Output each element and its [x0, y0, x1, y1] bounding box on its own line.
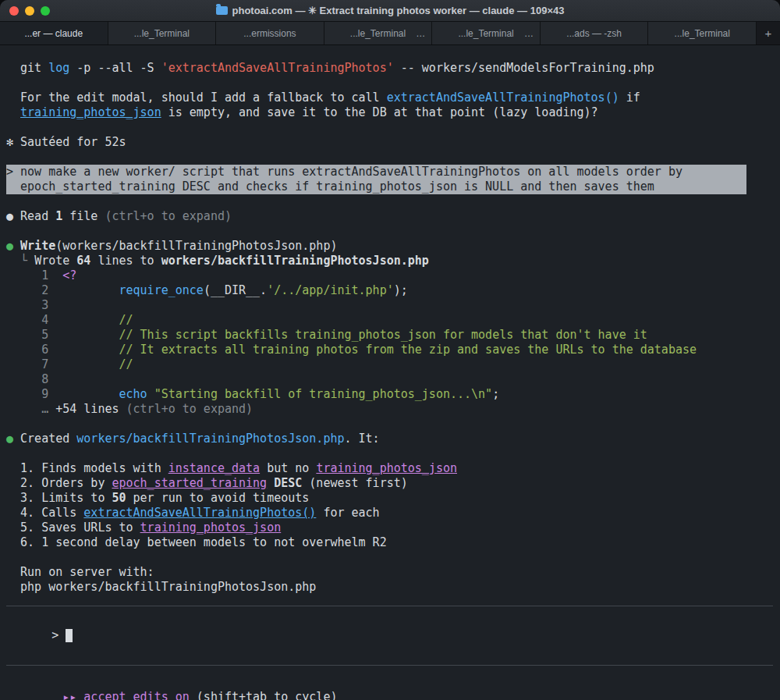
terminal-tab[interactable]: ...le_Terminal — [108, 22, 217, 44]
mode-status-line: ▸▸ accept edits on (shift+tab to cycle) — [6, 675, 773, 700]
text-segment: 5 — [6, 328, 62, 342]
text-segment: // It extracts all training photos from … — [62, 343, 697, 357]
new-tab-button[interactable]: + — [757, 22, 780, 44]
text-segment: is empty, and save it to the DB at that … — [161, 105, 598, 119]
terminal-line: 2 require_once(__DIR__.'/../app/init.php… — [6, 283, 773, 298]
text-segment: epoch_started_training — [112, 476, 267, 490]
window-title-group: photoai.com — ✳ Extract training photos … — [216, 5, 565, 16]
tab-activity-indicator: … — [524, 28, 534, 39]
terminal-line: 3. Limits to 50 per run to avoid timeout… — [6, 491, 773, 506]
terminal-line: 9 echo "Starting backfill of training_ph… — [6, 387, 773, 402]
text-segment: Created — [20, 432, 76, 446]
tab-bar: ...er — claude...le_Terminal...ermission… — [0, 22, 780, 45]
text-segment: -- workers/sendModelsForTraining.php — [394, 61, 654, 75]
text-segment: ); — [394, 283, 408, 297]
text-segment: // This script backfills training_photos… — [62, 328, 647, 342]
terminal-line: 1. Finds models with instance_data but n… — [6, 461, 773, 476]
text-segment: 2 — [6, 283, 62, 297]
text-segment: 1 — [6, 268, 62, 282]
tab-label: ...ermissions — [243, 28, 296, 39]
terminal-line: └ Wrote 64 lines to workers/backfillTrai… — [6, 254, 773, 268]
terminal-line: ● Write(workers/backfillTrainingPhotosJs… — [6, 239, 773, 254]
terminal-line — [6, 76, 773, 91]
text-segment: extractAndSaveAllTrainingPhotos() — [83, 506, 316, 520]
terminal-line — [6, 194, 773, 209]
text-segment: 64 — [76, 254, 90, 268]
user-message-line: > now make a new worker/ script that run… — [6, 165, 746, 179]
terminal-tab[interactable]: ...le_Terminal — [648, 22, 757, 44]
terminal-line: ● Read 1 file (ctrl+o to expand) — [6, 209, 773, 224]
text-segment: 7 — [6, 357, 62, 371]
text-segment: 6 — [6, 343, 62, 357]
terminal-line: 7 // — [6, 357, 773, 372]
tab-label: ...le_Terminal — [134, 28, 190, 39]
text-segment: 3 — [6, 298, 48, 312]
text-segment: 4 — [6, 313, 62, 327]
text-segment: (workers/backfillTrainingPhotosJson.php) — [55, 239, 337, 253]
minimize-button[interactable] — [25, 6, 34, 16]
terminal-tab[interactable]: ...le_Terminal… — [432, 22, 541, 44]
prompt-chevron: > — [51, 628, 66, 642]
terminal-output: git log -p --all -S 'extractAndSaveAllTr… — [6, 61, 773, 595]
text-segment: Write — [20, 239, 55, 253]
text-segment: Run on server with: — [6, 565, 154, 579]
text-cursor — [66, 629, 73, 642]
text-segment: +54 lines — [48, 402, 126, 416]
text-segment: // — [62, 313, 133, 327]
terminal-tab[interactable]: ...le_Terminal… — [324, 22, 433, 44]
terminal-tab[interactable]: ...ads — -zsh — [541, 22, 649, 44]
text-segment: (newest first) — [302, 476, 407, 490]
text-segment: For the edit modal, should I add a fallb… — [6, 91, 387, 105]
terminal-line: 8 — [6, 372, 773, 387]
text-segment: ✻ Sautéed for 52s — [6, 135, 126, 149]
terminal-line — [6, 417, 773, 432]
terminal-tab[interactable]: ...er — claude — [0, 22, 108, 44]
text-segment: … — [41, 402, 48, 416]
text-segment: (ctrl+o to expand) — [105, 209, 232, 223]
text-segment: 'extractAndSaveAllTrainingPhotos' — [161, 61, 394, 75]
text-segment: workers/backfillTrainingPhotosJson.php — [76, 432, 344, 446]
text-segment: require_once — [119, 283, 204, 297]
text-segment: echo — [119, 387, 154, 401]
terminal-line — [6, 446, 773, 461]
text-segment: ; — [492, 387, 499, 401]
text-segment — [6, 402, 41, 416]
terminal-line: Run on server with: — [6, 565, 773, 580]
tab-activity-indicator: … — [416, 28, 425, 39]
terminal-line: 6 // It extracts all training photos fro… — [6, 343, 773, 357]
text-segment: instance_data — [168, 461, 260, 475]
text-segment: DESC — [267, 476, 302, 490]
prompt-input-box[interactable]: > — [6, 606, 773, 666]
text-segment: 5. Saves URLs to — [6, 521, 140, 535]
terminal-line: 2. Orders by epoch_started_training DESC… — [6, 476, 773, 491]
terminal-line — [6, 550, 773, 565]
text-segment: git — [6, 61, 48, 75]
accept-edits-indicator: ▸▸ accept edits on — [48, 690, 197, 700]
user-message-line: epoch_started_training DESC and checks i… — [6, 179, 746, 194]
spinner-status-line: ✻ Sautéed for 52s — [6, 135, 773, 150]
tool-bullet-icon: ● — [6, 239, 20, 253]
text-segment: 2. Orders by — [6, 476, 112, 490]
text-segment: 6. 1 second delay between models to not … — [6, 535, 387, 549]
terminal-line: … +54 lines (ctrl+o to expand) — [6, 402, 773, 417]
text-segment: training_photos_json — [140, 521, 282, 535]
text-segment: > now make a new worker/ script that run… — [6, 165, 682, 179]
text-segment: log — [48, 61, 69, 75]
tab-label: ...ads — -zsh — [566, 28, 622, 39]
text-segment: lines to — [90, 254, 161, 268]
text-segment: Read — [20, 209, 55, 223]
terminal-tab[interactable]: ...ermissions — [216, 22, 324, 44]
text-segment: for each — [316, 506, 379, 520]
text-segment: if — [619, 91, 640, 105]
terminal-line — [6, 150, 773, 165]
text-segment: Wrote — [34, 254, 76, 268]
terminal-line — [6, 120, 773, 135]
text-segment: training_photos_json — [20, 105, 161, 119]
tool-bullet-icon: ● — [6, 432, 20, 446]
text-segment: // — [62, 357, 133, 371]
close-button[interactable] — [9, 6, 19, 16]
terminal-line: git log -p --all -S 'extractAndSaveAllTr… — [6, 61, 773, 76]
zoom-button[interactable] — [41, 6, 50, 16]
text-segment — [62, 387, 119, 401]
terminal-line: 5. Saves URLs to training_photos_json — [6, 521, 773, 535]
